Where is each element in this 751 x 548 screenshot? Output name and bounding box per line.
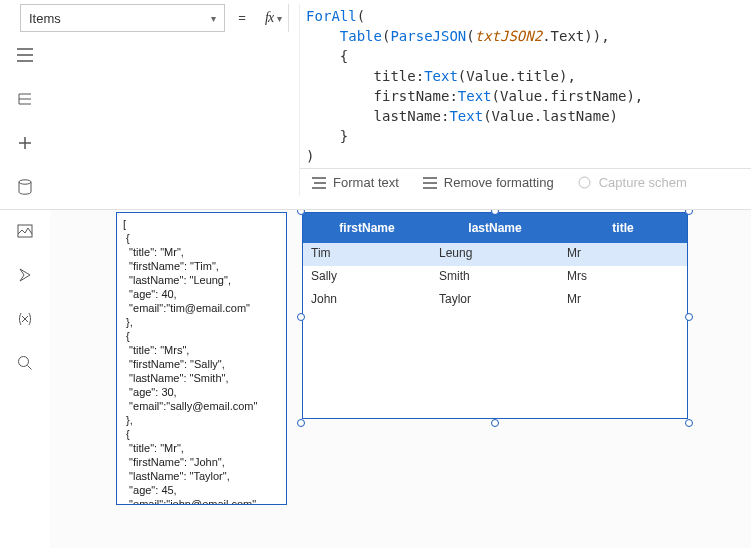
hamburger-icon[interactable] [16,46,34,64]
table-cell: John [303,289,431,312]
remove-label: Remove formatting [444,175,554,190]
json-text-input[interactable]: [ { "title": "Mr", "firstName": "Tim", "… [116,212,287,505]
resize-handle[interactable] [685,210,693,215]
table-row[interactable]: TimLeungMr [303,243,687,266]
resize-handle[interactable] [297,419,305,427]
table-cell: Tim [303,243,431,266]
chevron-down-icon: ▾ [277,13,282,24]
equals-label: = [235,4,249,25]
table-body: TimLeungMrSallySmithMrsJohnTaylorMr [303,243,687,312]
capture-schema-button: Capture schem [578,175,687,190]
formula-input[interactable]: ForAll( Table(ParseJSON(txtJSON2.Text)),… [300,4,751,168]
data-table-control[interactable]: firstName lastName title TimLeungMrSally… [302,212,688,422]
fx-icon: fx [265,10,273,26]
format-label: Format text [333,175,399,190]
col-header[interactable]: title [559,213,687,243]
table-cell: Sally [303,266,431,289]
svg-point-3 [579,177,590,188]
resize-handle[interactable] [297,313,305,321]
media-icon[interactable] [16,222,34,240]
table-cell: Leung [431,243,559,266]
canvas[interactable]: [ { "title": "Mr", "firstName": "Tim", "… [50,210,751,548]
svg-point-0 [19,180,31,184]
resize-handle[interactable] [685,313,693,321]
resize-handle[interactable] [685,419,693,427]
fx-button[interactable]: fx ▾ [259,4,289,32]
remove-format-icon [423,176,437,190]
table-cell: Smith [431,266,559,289]
power-automate-icon[interactable] [16,266,34,284]
table-row[interactable]: JohnTaylorMr [303,289,687,312]
table-header: firstName lastName title [303,213,687,243]
table-row[interactable]: SallySmithMrs [303,266,687,289]
search-icon[interactable] [16,354,34,372]
tree-view-icon[interactable] [16,90,34,108]
format-text-button[interactable]: Format text [312,175,399,190]
col-header[interactable]: firstName [303,213,431,243]
variables-icon[interactable] [16,310,34,328]
table-cell: Mr [559,243,687,266]
table-cell: Mr [559,289,687,312]
formula-toolbar: Format text Remove formatting Capture sc… [300,168,751,196]
format-icon [312,176,326,190]
property-selector[interactable]: Items ▾ [20,4,225,32]
data-icon[interactable] [16,178,34,196]
capture-label: Capture schem [599,175,687,190]
resize-handle[interactable] [491,419,499,427]
svg-point-2 [19,357,29,367]
chevron-down-icon: ▾ [211,13,216,24]
remove-formatting-button[interactable]: Remove formatting [423,175,554,190]
table-cell: Mrs [559,266,687,289]
circle-icon [578,176,592,190]
insert-icon[interactable] [16,134,34,152]
col-header[interactable]: lastName [431,213,559,243]
formula-bar: Items ▾ = fx ▾ ForAll( Table(ParseJSON(t… [0,0,751,210]
table-cell: Taylor [431,289,559,312]
